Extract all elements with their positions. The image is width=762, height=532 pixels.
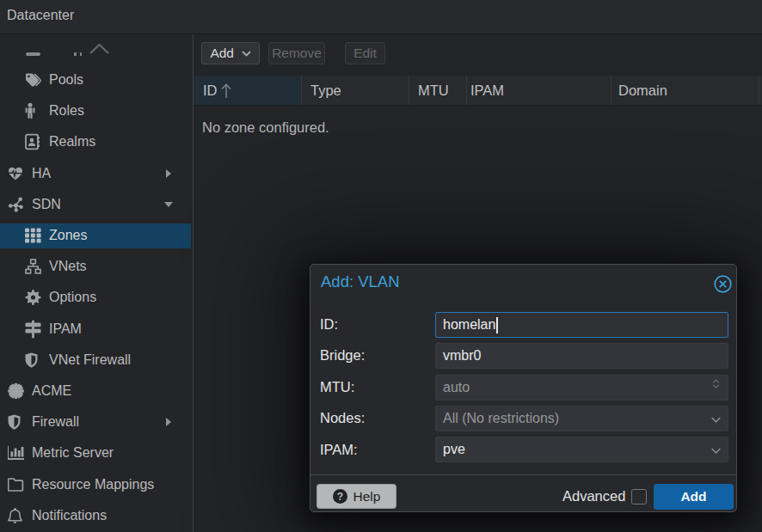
svg-text:?: ? — [336, 491, 342, 503]
